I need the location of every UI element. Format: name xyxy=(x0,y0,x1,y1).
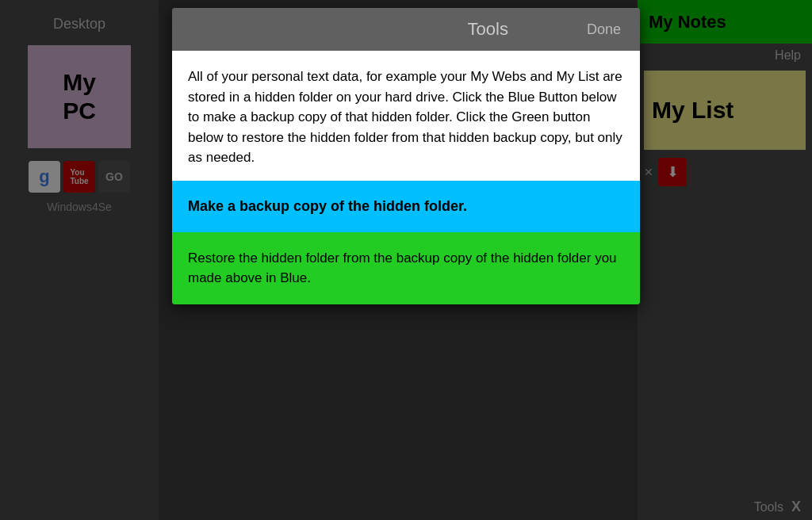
modal-body: All of your personal text data, for exam… xyxy=(172,51,640,181)
modal-title: Tools xyxy=(389,19,586,40)
tools-modal: Tools Done All of your personal text dat… xyxy=(172,8,640,304)
restore-button[interactable]: Restore the hidden folder from the backu… xyxy=(172,232,640,304)
modal-description: All of your personal text data, for exam… xyxy=(188,67,624,168)
backup-button[interactable]: Make a backup copy of the hidden folder. xyxy=(172,181,640,232)
done-button[interactable]: Done xyxy=(587,21,621,38)
modal-header: Tools Done xyxy=(172,8,640,51)
modal-overlay: Tools Done All of your personal text dat… xyxy=(0,0,812,520)
